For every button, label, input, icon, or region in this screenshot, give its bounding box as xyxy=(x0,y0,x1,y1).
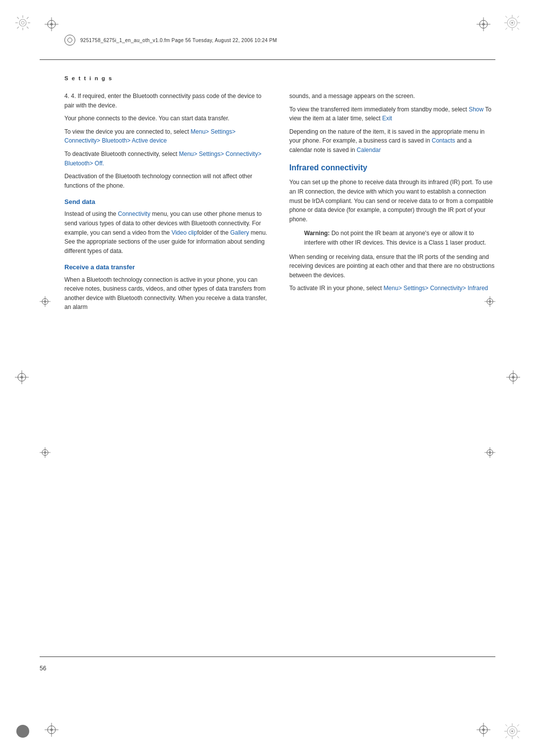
calendar-link: Calendar xyxy=(357,147,381,153)
video-clip-link: Video clip xyxy=(171,229,197,236)
reg-mark-topleft-inner xyxy=(45,17,58,33)
header-filename: 9251758_6275i_1_en_au_oth_v1.0.fm Page 5… xyxy=(80,38,277,43)
svg-line-27 xyxy=(517,16,519,18)
decoration-bottomleft xyxy=(15,723,31,741)
page-number: 56 xyxy=(40,665,46,672)
reg-mark-left-mid xyxy=(15,370,29,386)
svg-line-28 xyxy=(505,28,507,30)
main-content: 4. 4. If required, enter the Bluetooth c… xyxy=(64,92,495,652)
sending-para: When sending or receiving data, ensure t… xyxy=(289,252,495,280)
connects-text: Your phone connects to the device. You c… xyxy=(64,114,270,123)
show-link: Show xyxy=(469,106,483,113)
page: 9251758_6275i_1_en_au_oth_v1.0.fm Page 5… xyxy=(0,0,535,756)
warning-box: Warning: Do not point the IR beam at any… xyxy=(304,229,495,247)
reg-mark-topright-inner xyxy=(477,17,490,33)
warning-label: Warning: xyxy=(304,230,330,237)
reg-mark-right-mid xyxy=(506,370,520,386)
svg-line-7 xyxy=(27,27,29,29)
svg-point-1 xyxy=(21,21,24,24)
svg-line-6 xyxy=(17,17,19,19)
warning-text: Do not point the IR beam at anyone's eye… xyxy=(304,230,486,246)
activate-link: Menu> Settings> Connectivity> Infrared xyxy=(383,285,488,292)
saved-para: Depending on the nature of the item, it … xyxy=(289,127,495,155)
deactivate-para: To deactivate Bluetooth connectivity, se… xyxy=(64,150,270,168)
infrared-heading: Infrared connectivity xyxy=(289,162,495,174)
decoration-topleft-sun xyxy=(15,15,31,33)
view-device-para: To view the device you are connected to,… xyxy=(64,127,270,146)
continuation-text: sounds, and a message appears on the scr… xyxy=(289,92,495,101)
infrared-para: You can set up the phone to receive data… xyxy=(289,178,495,224)
bottom-rule-line xyxy=(40,656,495,657)
svg-point-57 xyxy=(16,725,29,738)
decoration-topright-sun xyxy=(504,15,520,33)
svg-line-9 xyxy=(17,27,19,29)
right-column: sounds, and a message appears on the scr… xyxy=(289,92,495,652)
reg-mark-bottomleft-inner xyxy=(45,723,58,739)
item4-text: 4. 4. If required, enter the Bluetooth c… xyxy=(64,92,270,110)
svg-line-72 xyxy=(505,736,507,738)
section-label: S e t t i n g s xyxy=(64,73,113,82)
gallery-link: Gallery xyxy=(230,229,249,236)
left-column: 4. 4. If required, enter the Bluetooth c… xyxy=(64,92,270,652)
decoration-bottomright-sun xyxy=(504,723,520,741)
send-data-para: Instead of using the Connectivity menu, … xyxy=(64,209,270,255)
reg-mark-left-lower xyxy=(40,447,51,460)
svg-line-69 xyxy=(505,724,507,726)
svg-point-64 xyxy=(511,730,513,732)
svg-point-0 xyxy=(19,19,26,26)
receive-heading: Receive a data transfer xyxy=(64,262,270,272)
receive-para: When a Bluetooth technology connection i… xyxy=(64,275,270,312)
header-icon xyxy=(64,35,75,46)
svg-point-20 xyxy=(511,22,513,24)
top-rule-line xyxy=(40,59,495,60)
svg-line-8 xyxy=(27,17,29,19)
svg-line-70 xyxy=(517,736,519,738)
view-transferred-para: To view the transferred item immediately… xyxy=(289,105,495,123)
svg-line-71 xyxy=(517,724,519,726)
reg-mark-bottomright-inner xyxy=(477,723,490,739)
send-data-heading: Send data xyxy=(64,197,270,207)
svg-line-26 xyxy=(517,28,519,30)
exit-link: Exit xyxy=(382,115,392,122)
reg-mark-left-upper xyxy=(40,296,51,309)
activate-para: To activate IR in your phone, select Men… xyxy=(289,284,495,293)
svg-line-25 xyxy=(505,16,507,18)
connectivity-link: Connectivity xyxy=(118,210,150,217)
contacts-link: Contacts xyxy=(432,137,455,144)
deactivation-note: Deactivation of the Bluetooth technology… xyxy=(64,172,270,190)
header-bar: 9251758_6275i_1_en_au_oth_v1.0.fm Page 5… xyxy=(64,35,471,46)
